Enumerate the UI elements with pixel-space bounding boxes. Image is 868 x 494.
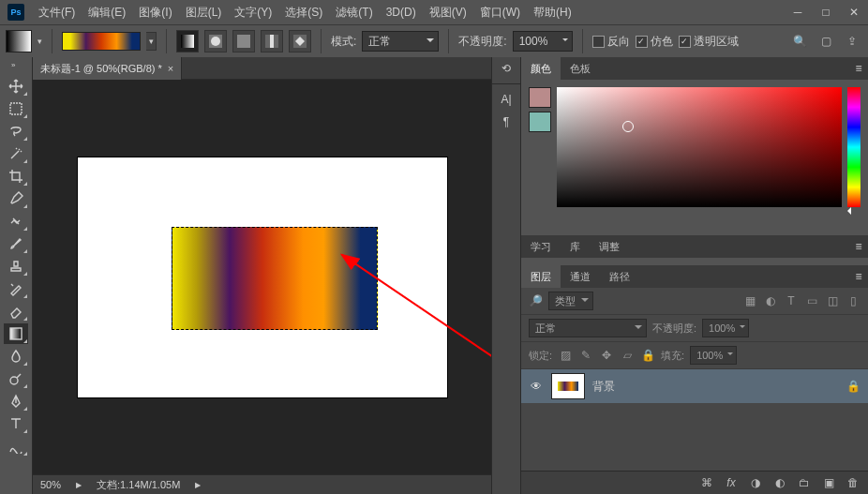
- gradient-diamond[interactable]: [289, 30, 311, 52]
- character-panel-icon[interactable]: A|: [492, 88, 520, 111]
- layers-panel-menu[interactable]: ≡: [849, 265, 868, 288]
- filter-toggle[interactable]: ▯: [846, 293, 861, 308]
- window-close[interactable]: ✕: [840, 0, 868, 24]
- tool-preset-picker[interactable]: [6, 30, 32, 52]
- filter-shape-icon[interactable]: ▭: [804, 293, 819, 308]
- layers-tab[interactable]: 图层: [521, 265, 561, 288]
- link-layers-icon[interactable]: ⌘: [699, 475, 714, 490]
- visibility-toggle[interactable]: 👁: [529, 379, 544, 394]
- blur-tool[interactable]: [4, 346, 28, 367]
- gradient-radial[interactable]: [204, 30, 227, 52]
- layer-row[interactable]: 👁 背景 🔒: [521, 369, 868, 403]
- type-tool[interactable]: [4, 413, 28, 434]
- color-picker-field[interactable]: [557, 87, 842, 207]
- layer-opacity-input[interactable]: 100%: [702, 319, 749, 337]
- search-icon[interactable]: 🔍: [789, 31, 810, 52]
- dither-checkbox[interactable]: 仿色: [636, 34, 673, 50]
- healing-tool[interactable]: [4, 211, 28, 232]
- path-tool[interactable]: [4, 436, 28, 457]
- lock-all-icon[interactable]: 🔒: [640, 348, 655, 363]
- lock-image-icon[interactable]: ✎: [578, 348, 593, 363]
- menu-view[interactable]: 视图(V): [423, 0, 473, 24]
- layer-thumbnail[interactable]: [551, 373, 585, 399]
- pen-tool[interactable]: [4, 391, 28, 412]
- stamp-tool[interactable]: [4, 256, 28, 277]
- docinfo-menu-icon[interactable]: ▶: [195, 481, 201, 489]
- layer-name[interactable]: 背景: [592, 379, 615, 395]
- menu-file[interactable]: 文件(F): [32, 0, 82, 24]
- canvas[interactable]: [78, 157, 447, 397]
- filter-smart-icon[interactable]: ◫: [825, 293, 840, 308]
- adjustment-layer-icon[interactable]: ◐: [772, 475, 787, 490]
- lasso-tool[interactable]: [4, 121, 28, 142]
- history-brush-tool[interactable]: [4, 278, 28, 299]
- workspace-icon[interactable]: ▢: [816, 31, 836, 52]
- foreground-swatch[interactable]: [529, 87, 551, 108]
- layer-fx-icon[interactable]: fx: [724, 475, 739, 490]
- gradient-angle[interactable]: [232, 30, 255, 52]
- menu-layer[interactable]: 图层(L): [179, 0, 229, 24]
- history-panel-icon[interactable]: ⟲: [492, 57, 520, 80]
- adjustments-tab[interactable]: 调整: [590, 235, 629, 258]
- color-panel-menu[interactable]: ≡: [849, 57, 868, 80]
- filter-type-icon[interactable]: T: [784, 293, 799, 308]
- search-icon[interactable]: 🔎: [529, 294, 543, 307]
- marquee-tool[interactable]: [4, 98, 28, 119]
- trash-icon[interactable]: 🗑: [846, 475, 861, 490]
- brush-tool[interactable]: [4, 233, 28, 254]
- layer-filter-kind[interactable]: 类型: [548, 292, 593, 310]
- share-icon[interactable]: ⇪: [842, 31, 862, 52]
- gradient-picker[interactable]: [62, 32, 141, 51]
- lock-artboard-icon[interactable]: ▱: [620, 348, 635, 363]
- gradient-tool[interactable]: [4, 323, 28, 344]
- menu-image[interactable]: 图像(I): [132, 0, 178, 24]
- canvas-viewport[interactable]: [33, 80, 491, 474]
- lock-position-icon[interactable]: ✥: [599, 348, 614, 363]
- menu-3d[interactable]: 3D(D): [380, 0, 423, 24]
- filter-pixel-icon[interactable]: ▦: [742, 293, 757, 308]
- layer-fill-input[interactable]: 100%: [690, 346, 737, 365]
- eyedropper-tool[interactable]: [4, 188, 28, 209]
- hue-slider[interactable]: [847, 87, 861, 207]
- opacity-input[interactable]: 100%: [513, 31, 573, 52]
- channels-tab[interactable]: 通道: [561, 265, 600, 288]
- menu-type[interactable]: 文字(Y): [228, 0, 278, 24]
- zoom-menu-icon[interactable]: ▶: [76, 481, 82, 489]
- blend-mode-select[interactable]: 正常: [362, 31, 439, 52]
- paths-tab[interactable]: 路径: [600, 265, 639, 288]
- reverse-checkbox[interactable]: 反向: [592, 34, 630, 50]
- swatches-tab[interactable]: 色板: [561, 57, 600, 80]
- gradient-linear[interactable]: [176, 30, 199, 52]
- menu-window[interactable]: 窗口(W): [473, 0, 527, 24]
- move-tool[interactable]: [4, 76, 28, 97]
- libraries-tab[interactable]: 库: [561, 235, 590, 258]
- group-icon[interactable]: 🗀: [797, 475, 812, 490]
- document-tab[interactable]: 未标题-1 @ 50%(RGB/8) * ×: [33, 57, 182, 80]
- crop-tool[interactable]: [4, 166, 28, 187]
- window-maximize[interactable]: □: [812, 0, 840, 24]
- mid-panel-menu[interactable]: ≡: [849, 235, 868, 258]
- menu-help[interactable]: 帮助(H): [527, 0, 578, 24]
- layer-mask-icon[interactable]: ◑: [748, 475, 763, 490]
- menu-filter[interactable]: 滤镜(T): [329, 0, 379, 24]
- close-tab-icon[interactable]: ×: [168, 63, 173, 74]
- zoom-level[interactable]: 50%: [40, 479, 61, 490]
- new-layer-icon[interactable]: ▣: [821, 475, 836, 490]
- gradient-picker-dropdown[interactable]: ▾: [146, 32, 157, 51]
- toolbar-expand[interactable]: »: [11, 61, 21, 70]
- menu-select[interactable]: 选择(S): [278, 0, 329, 24]
- transparency-checkbox[interactable]: 透明区域: [679, 34, 739, 50]
- layer-blend-mode[interactable]: 正常: [529, 319, 647, 337]
- eraser-tool[interactable]: [4, 301, 28, 322]
- color-tab[interactable]: 颜色: [521, 57, 561, 80]
- background-swatch[interactable]: [529, 112, 551, 132]
- menu-edit[interactable]: 编辑(E): [82, 0, 132, 24]
- magic-wand-tool[interactable]: [4, 143, 28, 164]
- paragraph-panel-icon[interactable]: ¶: [492, 111, 520, 133]
- learn-tab[interactable]: 学习: [521, 235, 561, 258]
- filter-adjust-icon[interactable]: ◐: [763, 293, 778, 308]
- gradient-reflected[interactable]: [261, 30, 283, 52]
- window-minimize[interactable]: ─: [784, 0, 812, 24]
- dodge-tool[interactable]: [4, 368, 28, 389]
- lock-transparency-icon[interactable]: ▨: [558, 348, 573, 363]
